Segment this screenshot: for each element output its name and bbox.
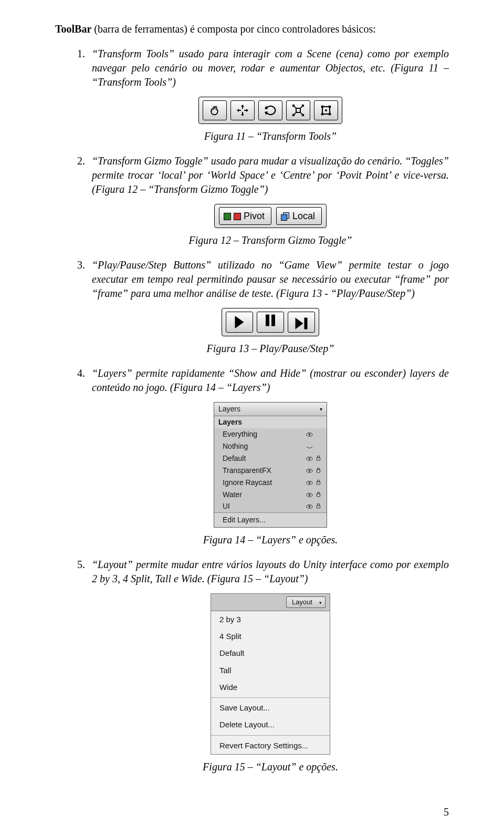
list-item-2: “Transform Gizmo Toggle” usado para muda…	[88, 154, 449, 248]
layout-menu-item[interactable]: 2 by 3	[211, 611, 330, 628]
rotate-icon	[264, 104, 277, 117]
layout-menu-item[interactable]: Revert Factory Settings...	[211, 737, 330, 754]
figure-12-caption: Figura 12 – Transform Gizmo Toggle”	[92, 233, 449, 248]
play-icon	[235, 316, 244, 328]
layout-menu-item[interactable]: Save Layout...	[211, 699, 330, 716]
document-page: ToolBar (barra de ferramentas) é compost…	[0, 0, 504, 834]
layer-label: Nothing	[223, 441, 304, 451]
play-pause-step-toolbar	[222, 308, 319, 336]
svg-point-3	[329, 106, 331, 108]
visibility-toggle[interactable]	[304, 490, 314, 500]
figure-11-caption: Figura 11 – “Transform Tools”	[92, 129, 449, 143]
step-button[interactable]	[288, 312, 315, 333]
item-5-text: “Layout” permite mudar entre vários layo…	[92, 559, 449, 584]
svg-rect-14	[317, 469, 320, 472]
svg-rect-11	[317, 457, 320, 460]
local-cube-icon	[281, 212, 289, 221]
layers-section-label: Layers	[214, 416, 327, 428]
play-button[interactable]	[226, 312, 253, 333]
layer-row[interactable]: UI	[214, 500, 327, 512]
item-2-text: “Transform Gizmo Toggle” usado para muda…	[92, 155, 449, 195]
layer-row[interactable]: Default	[214, 452, 327, 465]
layout-panel-top: Layout▾	[211, 593, 330, 611]
layout-menu-item[interactable]: 4 Split	[211, 628, 330, 645]
hand-icon	[208, 104, 221, 117]
layer-label: TransparentFX	[223, 466, 304, 476]
layer-row[interactable]: Water	[214, 489, 327, 501]
svg-rect-0	[296, 108, 300, 112]
visibility-toggle[interactable]	[304, 429, 314, 439]
layers-dropdown-header[interactable]: Layers▾	[214, 403, 327, 416]
local-button[interactable]: Local	[276, 207, 322, 225]
visibility-toggle[interactable]	[304, 478, 314, 488]
visibility-toggle[interactable]	[304, 441, 314, 451]
list-item-5: “Layout” permite mudar entre vários layo…	[88, 558, 449, 774]
lock-toggle[interactable]	[314, 501, 322, 511]
layer-row[interactable]: Ignore Raycast	[214, 477, 327, 489]
visibility-toggle[interactable]	[304, 466, 314, 476]
chevron-down-icon: ▾	[320, 406, 322, 413]
svg-point-10	[308, 458, 310, 460]
layout-panel: Layout▾ 2 by 34 SplitDefaultTallWideSave…	[211, 593, 330, 755]
ordered-list: “Transform Tools” usado para interagir c…	[55, 47, 449, 774]
layer-label: Water	[223, 490, 304, 500]
rect-tool-button[interactable]	[314, 100, 338, 120]
figure-15: Layout▾ 2 by 34 SplitDefaultTallWideSave…	[92, 593, 449, 755]
intro-bold: ToolBar	[55, 23, 91, 35]
intro-paragraph: ToolBar (barra de ferramentas) é compost…	[55, 22, 449, 36]
svg-point-22	[308, 506, 310, 508]
pivot-red-square-icon	[234, 213, 241, 220]
list-item-1: “Transform Tools” usado para interagir c…	[88, 47, 449, 143]
layout-dropdown[interactable]: Layout▾	[286, 596, 326, 608]
figure-14: Layers▾ Layers EverythingNothingDefaultT…	[92, 402, 449, 528]
pause-button[interactable]	[257, 312, 284, 333]
hand-tool-button[interactable]	[203, 100, 227, 120]
layers-rows: EverythingNothingDefaultTransparentFXIgn…	[214, 428, 327, 512]
rotate-tool-button[interactable]	[258, 100, 282, 120]
svg-rect-20	[317, 493, 320, 496]
figure-14-caption: Figura 14 – “Layers” e opções.	[92, 533, 449, 547]
move-tool-button[interactable]	[230, 100, 255, 120]
svg-rect-23	[317, 506, 320, 508]
layout-menu-item[interactable]: Delete Layout...	[211, 716, 330, 733]
pivot-green-square-icon	[224, 213, 231, 220]
page-number: 5	[444, 805, 449, 819]
figure-13	[92, 308, 449, 336]
lock-toggle[interactable]	[314, 454, 322, 464]
lock-toggle[interactable]	[314, 466, 322, 476]
lock-toggle[interactable]	[314, 490, 322, 500]
edit-layers-button[interactable]: Edit Layers...	[214, 512, 327, 527]
layer-row[interactable]: TransparentFX	[214, 465, 327, 477]
list-item-4: “Layers” permite rapidamente “Show and H…	[88, 366, 449, 547]
transform-tools-toolbar	[198, 97, 342, 124]
layout-menu: 2 by 34 SplitDefaultTallWideSave Layout.…	[211, 611, 330, 755]
pause-icon	[265, 315, 276, 330]
rect-icon	[319, 104, 333, 117]
layout-menu-item[interactable]: Wide	[211, 679, 330, 696]
figure-15-caption: Figura 15 – “Layout” e opções.	[92, 760, 449, 774]
svg-point-5	[329, 113, 331, 116]
list-item-3: “Play/Pause/Step Buttons” utilizado no “…	[88, 258, 449, 356]
pivot-button[interactable]: Pivot	[219, 207, 271, 225]
gizmo-toggle-toolbar: Pivot Local	[214, 204, 327, 228]
svg-point-13	[308, 470, 310, 472]
item-1-text: “Transform Tools” usado para interagir c…	[92, 48, 449, 88]
layer-row[interactable]: Everything	[214, 428, 327, 440]
layout-menu-item[interactable]: Default	[211, 645, 330, 662]
layout-menu-item[interactable]: Tall	[211, 662, 330, 679]
svg-point-2	[321, 106, 324, 108]
chevron-down-icon: ▾	[319, 600, 322, 606]
visibility-toggle[interactable]	[304, 454, 314, 464]
intro-rest: (barra de ferramentas) é composta por ci…	[91, 23, 375, 35]
layer-label: Everything	[223, 429, 304, 439]
layers-panel: Layers▾ Layers EverythingNothingDefaultT…	[214, 402, 327, 528]
svg-point-4	[321, 113, 324, 116]
step-icon	[296, 315, 308, 330]
scale-tool-button[interactable]	[286, 100, 310, 120]
visibility-toggle[interactable]	[304, 501, 314, 511]
figure-12: Pivot Local	[92, 204, 449, 228]
lock-toggle[interactable]	[314, 478, 322, 488]
layer-row[interactable]: Nothing	[214, 440, 327, 452]
svg-point-8	[308, 434, 310, 436]
item-3-text: “Play/Pause/Step Buttons” utilizado no “…	[92, 259, 449, 299]
